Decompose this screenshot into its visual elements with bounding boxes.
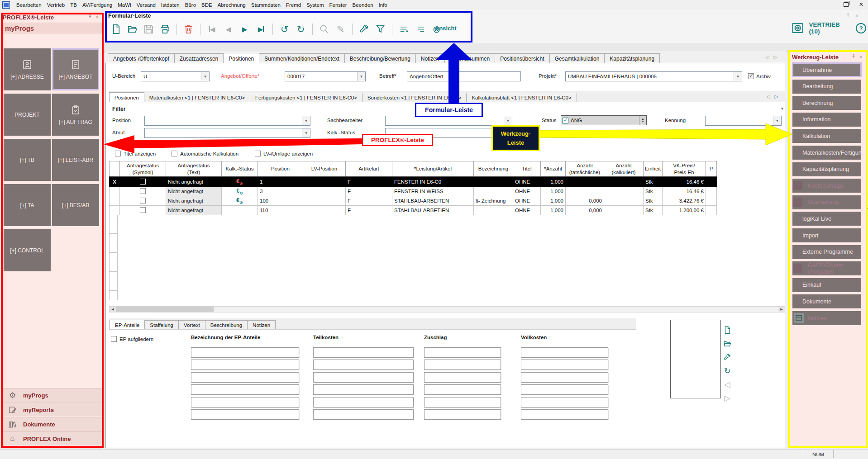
table-row[interactable]: Nicht angefragt€⊘3FFENSTER IN WEISSOHNE1… — [110, 187, 717, 196]
tab-gesamtkalkulation[interactable]: Gesamtkalkulation — [549, 53, 605, 63]
tab-angebots-offertenkopf[interactable]: Angebots-/Offertenkopf — [108, 53, 175, 63]
ep-anteile-input[interactable] — [424, 409, 501, 420]
column-header[interactable]: Kalk.-Status — [222, 161, 258, 177]
row-selector[interactable] — [110, 206, 120, 215]
filter-icon[interactable] — [374, 23, 386, 35]
tab-scroll-arrows[interactable]: ◁▷ — [765, 54, 777, 60]
column-header[interactable]: Anfragestatus (Symbol) — [120, 161, 166, 177]
ep-anteile-input[interactable] — [424, 372, 501, 383]
cell-p[interactable] — [706, 206, 717, 215]
kalk-status-combo[interactable]: ▾ — [385, 128, 512, 138]
row-selector[interactable]: X — [110, 177, 120, 187]
undo-icon[interactable]: ↺ — [278, 23, 291, 35]
cell-position[interactable]: 100 — [258, 196, 303, 206]
anfragestatus-checkbox[interactable] — [140, 198, 146, 203]
anfragestatus-symbol-cell[interactable] — [120, 187, 166, 196]
cell-text[interactable]: Nicht angefragt — [166, 177, 222, 187]
cell-text[interactable]: Nicht angefragt — [166, 206, 222, 215]
positions-table[interactable]: Anfragestatus (Symbol)Anfragestatus (Tex… — [109, 161, 717, 215]
anfragestatus-symbol-cell[interactable] — [120, 177, 166, 187]
status-spinner[interactable]: ▲▼ — [639, 116, 646, 125]
ep-anteile-input[interactable] — [521, 372, 608, 383]
ep-anteile-input[interactable] — [313, 409, 414, 420]
sidebar-button--ta[interactable]: [+] TA — [4, 184, 51, 226]
sidebar-footer-proflex-online[interactable]: ⌂PROFLEX Online — [1, 431, 103, 445]
filter-checkbox-titel-anzeigen[interactable]: Titel anzeigen — [115, 151, 156, 156]
kalk-status-cell[interactable]: €⊘ — [222, 187, 258, 196]
cell-anzahl_kalk[interactable] — [604, 177, 644, 187]
detail-tab-beschreibung[interactable]: Beschreibung — [205, 320, 248, 329]
menu-item-fremd[interactable]: Fremd — [283, 2, 304, 8]
ep-anteile-input[interactable] — [313, 397, 414, 407]
werkzeug-item-kapazit-tsplanung[interactable]: Kapazitätsplanung — [792, 162, 861, 176]
ep-anteile-input[interactable] — [313, 347, 414, 358]
cell-position[interactable]: 3 — [258, 187, 303, 196]
sidebar-button--tb[interactable]: [+] TB — [4, 139, 51, 181]
cell-position[interactable]: 1 — [258, 177, 303, 187]
close-panel-icon[interactable]: × — [94, 14, 101, 20]
werkzeug-item-materialkosten-fertigun-[interactable]: Materialkosten/Fertigun.. — [792, 146, 861, 160]
sidebar-button--bes-ab[interactable]: [+] BES/AB — [52, 184, 99, 226]
cell-titel[interactable]: OHNE — [513, 206, 541, 215]
detail-tab-vortext[interactable]: Vortext — [178, 320, 205, 329]
cell-anzahl_tat[interactable]: 0,000 — [566, 206, 604, 215]
ep-anteile-input[interactable] — [424, 397, 501, 407]
cell-anzahl[interactable]: 1,000 — [541, 177, 566, 187]
cell-leistung[interactable]: FENSTER IN E6-C0 — [392, 177, 474, 187]
sidebar-footer-myreports[interactable]: myReports — [1, 402, 103, 416]
cell-vk[interactable]: 16,46 € — [663, 177, 706, 187]
ep-aufgliedern-checkbox[interactable] — [111, 336, 117, 342]
kalk-status-cell[interactable]: €⊘ — [222, 196, 258, 206]
filter-collapse-icon[interactable]: ▾ — [781, 106, 783, 111]
cell-titel[interactable]: OHNE — [513, 187, 541, 196]
tri-left-icon[interactable]: ◁ — [723, 380, 732, 389]
ep-anteile-input[interactable] — [424, 347, 501, 358]
werkzeug-item-externe-programme[interactable]: Externe Programme — [792, 245, 861, 259]
subtab-kalkulationsblatt[interactable]: Kalkulationsblatt <1 | FENSTER IN E6-C0> — [466, 93, 577, 102]
cell-bezeichnung[interactable]: lt- Zeichnung — [474, 196, 513, 206]
empty-row-selector[interactable] — [109, 215, 118, 224]
detail-tab-notizen[interactable]: Notizen — [247, 320, 276, 329]
tools-icon[interactable] — [358, 23, 370, 35]
werkzeug-item--bernahme[interactable]: Übernahme — [792, 63, 861, 77]
menu-item-stammdaten[interactable]: Stammdaten — [248, 2, 283, 8]
pin-icon[interactable] — [86, 14, 94, 21]
cell-anzahl_kalk[interactable] — [604, 187, 644, 196]
cell-vk[interactable]: 1.200,00 € — [663, 206, 706, 215]
projekt-combo[interactable]: UMBAU EINFAMILIENHAUS | 000005▾ — [565, 71, 742, 81]
empty-row-selector[interactable] — [109, 243, 118, 253]
list-align-right-icon[interactable] — [414, 23, 426, 35]
tab-kapazit-tsplanung[interactable]: Kapazitätsplanung — [604, 53, 660, 63]
close-panel-icon[interactable]: × — [855, 13, 858, 19]
edit-icon[interactable]: ✎ — [334, 23, 347, 35]
sidebar-button--auftrag[interactable]: [+] AUFTRAG — [52, 94, 99, 136]
open-folder-icon[interactable] — [126, 23, 138, 35]
archiv-checkbox[interactable] — [748, 73, 754, 79]
new-document-icon[interactable] — [110, 23, 122, 35]
cell-lv[interactable] — [303, 196, 346, 206]
nav-next-icon[interactable]: ▶ — [238, 23, 251, 35]
print-icon[interactable] — [159, 23, 171, 35]
vertrieb-badge[interactable]: VERTRIEB (10) ? — [791, 20, 866, 36]
sidebar-button-projekt[interactable]: PROJEKT — [4, 94, 51, 136]
close-panel-icon[interactable]: × — [857, 54, 864, 60]
menu-item-vertrieb[interactable]: Vertrieb — [44, 2, 68, 8]
column-header[interactable]: Einheit — [644, 161, 663, 177]
anfragestatus-symbol-cell[interactable] — [120, 196, 166, 206]
anfragestatus-symbol-cell[interactable] — [120, 206, 166, 215]
ansicht-button[interactable]: Ansicht — [435, 25, 457, 32]
subtab-materialkosten[interactable]: Materialkosten <1 | FENSTER IN E6-C0> — [144, 93, 250, 102]
ep-anteile-input[interactable] — [313, 360, 414, 370]
sidebar-button--angebot[interactable]: [+] ANGEBOT — [52, 48, 99, 90]
cell-vk[interactable]: 3.422,76 € — [663, 196, 706, 206]
refresh-icon[interactable]: ↻ — [723, 366, 732, 375]
cell-text[interactable]: Nicht angefragt — [166, 187, 222, 196]
ep-anteile-input[interactable] — [521, 384, 608, 395]
cell-anzahl[interactable]: 1,000 — [541, 206, 566, 215]
werkzeug-item-dokumente[interactable]: Dokumente — [792, 294, 861, 308]
cell-anzahl_tat[interactable] — [566, 177, 604, 187]
menu-item-mawi[interactable]: MaWi — [115, 2, 134, 8]
status-checkbox[interactable] — [563, 118, 568, 123]
cell-titel[interactable]: OHNE — [513, 177, 541, 187]
cell-text[interactable]: Nicht angefragt — [166, 196, 222, 206]
